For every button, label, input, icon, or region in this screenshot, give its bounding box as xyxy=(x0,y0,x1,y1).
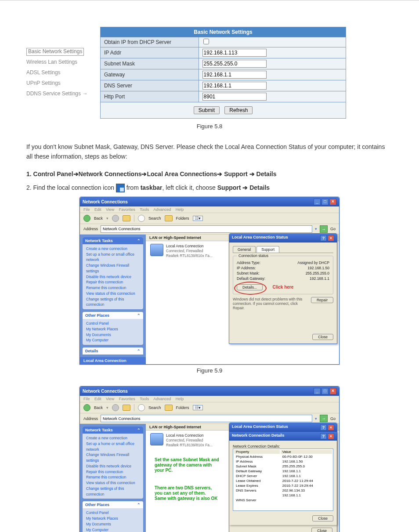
task-item[interactable]: Repair this connection xyxy=(86,469,140,475)
sidebar-item-wireless[interactable]: Wireless Lan Settings xyxy=(26,57,88,67)
address-input[interactable] xyxy=(101,415,312,422)
sidebar-item-adsl[interactable]: ADSL Settings xyxy=(26,67,88,78)
task-item[interactable]: Disable this network device xyxy=(86,274,140,280)
close-icon[interactable]: × xyxy=(328,424,334,431)
task-item[interactable]: View status of this connection xyxy=(86,291,140,297)
up-folder-icon[interactable] xyxy=(123,405,130,411)
connection-icon xyxy=(150,244,163,256)
place-item[interactable]: My Network Places xyxy=(86,326,140,332)
details-button[interactable]: Details... xyxy=(237,284,263,290)
dhcp-checkbox[interactable] xyxy=(203,39,209,44)
back-icon[interactable] xyxy=(83,404,90,411)
forward-icon[interactable] xyxy=(112,215,119,222)
mask-input[interactable] xyxy=(202,60,267,68)
place-item[interactable]: My Network Places xyxy=(86,516,140,521)
task-item[interactable]: Create a new connection xyxy=(86,246,140,252)
screenshot-fig59: Network Connections _ □ × File Edit View… xyxy=(79,197,340,365)
place-item[interactable]: Control Panel xyxy=(86,321,140,326)
back-icon[interactable] xyxy=(83,215,90,222)
close-icon[interactable]: × xyxy=(329,199,336,205)
task-item[interactable]: Rename this connection xyxy=(86,474,140,480)
close-icon[interactable]: × xyxy=(328,433,334,439)
maximize-icon[interactable]: □ xyxy=(321,388,329,394)
window-title: Network Connections xyxy=(83,389,128,394)
help-icon[interactable]: ? xyxy=(320,433,327,439)
collapse-icon[interactable]: ⌃ xyxy=(137,503,141,507)
sidebar-item-ddns[interactable]: DDNS Service Settings xyxy=(26,90,81,97)
maximize-icon[interactable]: □ xyxy=(321,199,329,205)
settings-title: Basic Network Settings xyxy=(101,27,346,37)
sidebar-item-basic[interactable]: Basic Network Settings xyxy=(26,48,84,56)
place-item[interactable]: My Computer xyxy=(86,337,140,343)
annotation-click-here: Click here xyxy=(272,285,293,290)
port-input[interactable] xyxy=(202,93,267,101)
ip-input[interactable] xyxy=(202,49,267,57)
dns-label: DNS Server xyxy=(101,80,199,91)
search-icon[interactable] xyxy=(138,404,145,411)
search-icon[interactable] xyxy=(138,215,145,222)
address-input[interactable] xyxy=(101,225,312,233)
place-item[interactable]: Control Panel xyxy=(86,510,140,516)
gw-label: Gateway xyxy=(101,69,199,80)
annotation-green-2: There are two DNS servers, you can set a… xyxy=(155,485,229,501)
collapse-icon[interactable]: ⌃ xyxy=(137,349,141,353)
close-button[interactable]: Close xyxy=(312,334,333,340)
task-item[interactable]: Create a new connection xyxy=(86,435,140,441)
annotation-green-1: Set the same Subnet Mask and gateway of … xyxy=(155,457,229,473)
step-1-line: 1. Control Panel➔Network Connections➔Loc… xyxy=(26,170,393,177)
up-folder-icon[interactable] xyxy=(123,215,130,221)
task-item[interactable]: Disable this network device xyxy=(86,463,140,469)
dns-input[interactable] xyxy=(202,82,267,90)
help-icon[interactable]: ? xyxy=(320,235,327,241)
task-item[interactable]: Change Windows Firewall settings xyxy=(86,452,140,463)
task-item[interactable]: Set up a home or small office network xyxy=(86,252,140,263)
task-item[interactable]: Set up a home or small office network xyxy=(86,441,140,452)
close-icon[interactable]: × xyxy=(328,235,334,241)
dhcp-label: Obtain IP from DHCP Server xyxy=(101,37,199,47)
place-item[interactable]: My Documents xyxy=(86,521,140,527)
network-tray-icon xyxy=(116,184,125,192)
address-label: Address xyxy=(83,227,98,231)
task-item[interactable]: Rename this connection xyxy=(86,285,140,291)
view-mode-icon[interactable]: ☷▾ xyxy=(193,405,203,410)
sidebar-item-upnp[interactable]: UPnP Settings xyxy=(26,78,88,88)
repair-button[interactable]: Repair xyxy=(311,297,333,303)
go-button[interactable]: → xyxy=(320,225,328,233)
minimize-icon[interactable]: _ xyxy=(314,388,321,394)
close-icon[interactable]: × xyxy=(329,388,336,394)
task-item[interactable]: View status of this connection xyxy=(86,480,140,486)
view-mode-icon[interactable]: ☷▾ xyxy=(193,216,203,221)
menubar: File Edit View Favorites Tools Advanced … xyxy=(80,206,339,213)
task-item[interactable]: Change settings of this connection xyxy=(86,486,140,497)
ip-label: IP Addr xyxy=(101,47,199,58)
task-item[interactable]: Change settings of this connection xyxy=(86,297,140,308)
tab-general[interactable]: General xyxy=(233,246,256,253)
close-button[interactable]: Close xyxy=(312,515,333,521)
forward-icon[interactable] xyxy=(112,404,119,411)
folders-icon[interactable] xyxy=(165,215,173,221)
settings-panel: Basic Network Settings Obtain IP from DH… xyxy=(100,27,346,119)
go-button[interactable]: → xyxy=(320,415,328,422)
close-button-outer[interactable]: Close xyxy=(311,528,332,532)
task-item[interactable]: Repair this connection xyxy=(86,279,140,285)
tab-support[interactable]: Support xyxy=(256,246,279,253)
submit-button[interactable]: Submit xyxy=(194,106,220,114)
connection-icon xyxy=(150,433,163,445)
folders-icon[interactable] xyxy=(165,405,173,411)
refresh-button[interactable]: Refresh xyxy=(224,106,253,114)
menubar: File Edit View Favorites Tools Advanced … xyxy=(80,396,339,402)
place-item[interactable]: My Computer xyxy=(86,527,140,532)
note-text: Windows did not detect problems with thi… xyxy=(233,297,308,310)
minimize-icon[interactable]: _ xyxy=(314,199,321,205)
explorer-side-pane: Network Tasks⌃ Create a new connection S… xyxy=(80,235,146,364)
collapse-icon[interactable]: ⌃ xyxy=(137,428,141,432)
arrow-right-icon: → xyxy=(82,88,87,99)
task-item[interactable]: Change Windows Firewall settings xyxy=(86,263,140,274)
details-footer: Local Area Connection xyxy=(80,357,146,364)
help-icon[interactable]: ? xyxy=(320,424,327,431)
place-item[interactable]: My Documents xyxy=(86,332,140,338)
collapse-icon[interactable]: ⌃ xyxy=(137,239,141,243)
collapse-icon[interactable]: ⌃ xyxy=(137,313,141,318)
figure-caption-58: Figure 5.8 xyxy=(26,123,393,130)
gw-input[interactable] xyxy=(202,71,267,79)
